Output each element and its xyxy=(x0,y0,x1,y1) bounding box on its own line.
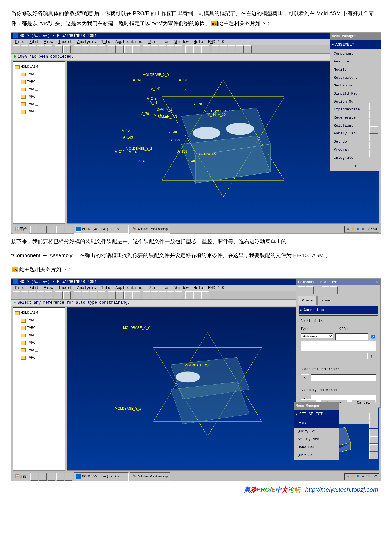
offset-field[interactable]: -- xyxy=(335,333,368,340)
tree-item[interactable]: TVRC_ xyxy=(15,86,64,93)
constraint-list[interactable] xyxy=(301,341,376,351)
toolbar-button[interactable] xyxy=(175,291,182,299)
toolbar-button[interactable] xyxy=(369,119,378,126)
dialog-toolbar-button[interactable] xyxy=(298,286,305,294)
quicklaunch-button[interactable] xyxy=(48,226,55,233)
remove-button[interactable]: − xyxy=(311,353,319,359)
toolbar-button[interactable] xyxy=(21,291,28,299)
toolbar-button[interactable] xyxy=(369,134,378,141)
menu-scroll-icon[interactable]: ▼ xyxy=(330,162,381,170)
toolbar-button[interactable] xyxy=(185,45,193,53)
menu-manager-2[interactable]: Menu Manager GET SELECT Pick Query Sel S… xyxy=(294,402,339,460)
toolbar-button[interactable] xyxy=(369,429,378,436)
menu-manager-title[interactable]: ASSEMBLY xyxy=(330,40,381,49)
menu-item[interactable]: Feature xyxy=(330,58,381,66)
toolbar-button[interactable] xyxy=(369,421,378,428)
toolbar-button[interactable] xyxy=(116,45,124,53)
close-icon[interactable]: ✕ xyxy=(376,279,378,286)
toolbar-button[interactable] xyxy=(29,45,36,53)
toolbar-button[interactable] xyxy=(369,111,378,118)
menu-window[interactable]: Window xyxy=(173,284,191,292)
menu-item[interactable]: Quit Sel xyxy=(294,452,339,460)
flip-button[interactable]: ↕ xyxy=(367,353,376,359)
menu-file[interactable]: File xyxy=(13,284,26,292)
toolbar-button[interactable] xyxy=(21,45,28,53)
menu-edit[interactable]: Edit xyxy=(28,38,41,46)
toolbar-button[interactable] xyxy=(185,291,193,299)
toolbar-button[interactable] xyxy=(90,45,97,53)
toolbar-button[interactable] xyxy=(143,45,150,53)
toolbar-button[interactable] xyxy=(63,45,71,53)
menu-info[interactable]: Info xyxy=(99,38,113,46)
toolbar-button[interactable] xyxy=(193,45,201,53)
toolbar-button[interactable] xyxy=(236,45,244,53)
quicklaunch-button[interactable] xyxy=(56,226,64,233)
menu-info[interactable]: Info xyxy=(99,284,113,292)
toolbar-button[interactable] xyxy=(193,291,201,299)
toolbar-button[interactable] xyxy=(201,45,209,53)
toolbar-button[interactable] xyxy=(159,45,166,53)
tab-place[interactable]: Place xyxy=(298,296,317,305)
toolbar-button[interactable] xyxy=(369,452,378,459)
menu-view[interactable]: View xyxy=(42,284,55,292)
toolbar-button[interactable] xyxy=(167,291,174,299)
component-placement-dialog[interactable]: Component Placement✕ PlaceMove Connectio… xyxy=(296,279,381,408)
toolbar-button[interactable] xyxy=(369,444,378,452)
menu-manager-title[interactable]: GET SELECT xyxy=(294,410,339,419)
menu-utilities[interactable]: Utilities xyxy=(147,38,172,46)
toolbar-button[interactable] xyxy=(124,45,132,53)
quicklaunch-button[interactable] xyxy=(39,226,47,233)
menu-item[interactable]: Simplfd Rep xyxy=(330,90,381,98)
toolbar-button[interactable] xyxy=(82,45,89,53)
menu-utilities[interactable]: Utilities xyxy=(147,284,172,292)
toolbar-button[interactable] xyxy=(159,291,166,299)
menu-insert[interactable]: Insert xyxy=(56,38,74,46)
toolbar-button[interactable] xyxy=(74,291,81,299)
toolbar-button[interactable] xyxy=(369,126,378,134)
taskbar-item[interactable]: 🪶Adobe Photoshop xyxy=(130,225,170,234)
tree-root[interactable]: MOLD.ASM xyxy=(15,309,64,317)
toolbar-button[interactable] xyxy=(37,45,44,53)
tree-item[interactable]: TVRC_ xyxy=(15,332,64,339)
type-select[interactable]: Automatic xyxy=(301,333,333,338)
toolbar-button[interactable] xyxy=(228,45,235,53)
dialog-toolbar-button[interactable] xyxy=(330,286,338,294)
menu-file[interactable]: File xyxy=(13,38,26,46)
toolbar-button[interactable] xyxy=(98,291,105,299)
constraint-checkbox[interactable] xyxy=(371,334,375,339)
quicklaunch-button[interactable] xyxy=(56,473,64,481)
tree-root[interactable]: MOLD.ASM xyxy=(15,63,64,71)
menu-applications[interactable]: Applications xyxy=(113,284,145,292)
menu-item[interactable]: Modify xyxy=(330,66,381,74)
comp-ref-field[interactable] xyxy=(311,374,376,381)
toolbar-button[interactable] xyxy=(63,291,71,299)
model-tree[interactable]: MOLD.ASM TVRC_ TVRC_ TVRC_ TVRC_ TVRC_ T… xyxy=(13,61,65,224)
tree-item[interactable]: TVRC_ xyxy=(15,339,64,347)
toolbar-button[interactable] xyxy=(175,45,182,53)
menu-insert[interactable]: Insert xyxy=(56,284,74,292)
toolbar-button[interactable] xyxy=(108,291,116,299)
taskbar-item[interactable]: MOLD (Active) - Pro... xyxy=(74,472,129,481)
menu-item[interactable]: Query Sel xyxy=(294,428,339,436)
tree-item[interactable]: TVRC_ xyxy=(15,317,64,324)
menu-emx[interactable]: EMX 4.0 xyxy=(206,284,227,292)
toolbar-button[interactable] xyxy=(37,291,44,299)
toolbar-button[interactable] xyxy=(13,291,20,299)
toolbar-button[interactable] xyxy=(74,45,81,53)
menu-item[interactable]: Done Sel xyxy=(294,443,339,452)
toolbar-button[interactable] xyxy=(369,150,378,157)
tree-item[interactable]: TVRC_ xyxy=(15,71,64,78)
toolbar-button[interactable] xyxy=(116,291,124,299)
toolbar-button[interactable] xyxy=(369,413,378,420)
toolbar-button[interactable] xyxy=(55,45,63,53)
cancel-button[interactable]: Cancel xyxy=(352,399,375,406)
add-button[interactable]: + xyxy=(301,353,309,359)
dialog-toolbar-button[interactable] xyxy=(322,286,329,294)
menu-help[interactable]: Help xyxy=(192,284,205,292)
toolbar-button[interactable] xyxy=(132,45,140,53)
toolbar-button[interactable] xyxy=(212,45,219,53)
toolbar-button[interactable] xyxy=(124,291,132,299)
toolbar-button[interactable] xyxy=(244,45,252,53)
menu-analysis[interactable]: Analysis xyxy=(75,38,98,46)
toolbar-button[interactable] xyxy=(55,291,63,299)
